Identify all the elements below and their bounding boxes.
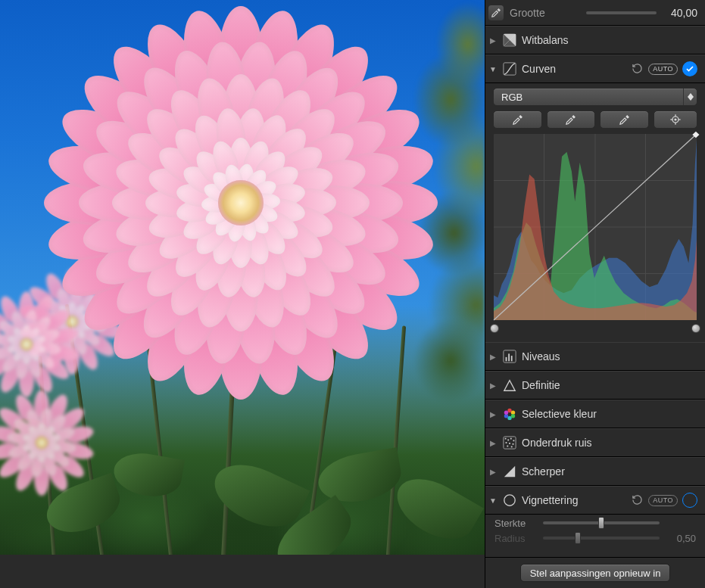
add-point-picker[interactable] <box>654 110 697 129</box>
vignette-icon <box>502 493 517 508</box>
radius-label: Radius <box>494 533 537 544</box>
curves-label: Curven <box>522 63 627 75</box>
vignette-label: Vignettering <box>522 494 627 506</box>
definition-icon <box>502 378 517 393</box>
curves-auto-button[interactable]: AUTO <box>648 64 678 75</box>
svg-rect-29 <box>507 440 509 441</box>
gray-point-picker[interactable] <box>547 110 596 129</box>
app-root: Grootte 40,00 ▶ Witbalans ▼ <box>0 0 705 588</box>
image-viewer <box>0 0 485 588</box>
size-value[interactable]: 40,00 <box>663 7 697 19</box>
radius-value[interactable]: 0,50 <box>666 533 696 544</box>
panel-footer: Stel aanpassingen opnieuw in <box>485 557 705 588</box>
noise-header[interactable]: ▶ Onderdruk ruis <box>485 428 705 457</box>
reset-curves-button[interactable] <box>632 63 644 75</box>
chevron-right-icon: ▶ <box>488 36 498 45</box>
size-label: Grootte <box>510 7 580 19</box>
noise-label: Onderdruk ruis <box>522 437 697 449</box>
svg-rect-33 <box>509 443 510 444</box>
curves-header[interactable]: ▼ Curven AUTO <box>485 54 705 83</box>
chevron-right-icon: ▶ <box>488 468 498 476</box>
strength-label: Sterkte <box>494 518 537 529</box>
chevron-right-icon: ▶ <box>488 410 498 418</box>
vignette-enable-toggle[interactable] <box>682 493 697 508</box>
curves-channel-value: RGB <box>494 92 683 103</box>
reset-vignette-button[interactable] <box>632 494 644 506</box>
svg-rect-18 <box>508 353 510 361</box>
chevron-right-icon: ▶ <box>488 381 498 390</box>
adjustments-panel: Grootte 40,00 ▶ Witbalans ▼ <box>485 0 705 588</box>
curves-picker-row <box>493 110 697 129</box>
curves-icon <box>502 61 517 76</box>
whitebalance-label: Witbalans <box>522 34 697 46</box>
svg-point-23 <box>511 414 515 418</box>
levels-icon <box>502 349 517 364</box>
svg-rect-19 <box>511 356 513 361</box>
reset-all-label: Stel aanpassingen opnieuw in <box>530 568 661 579</box>
size-slider[interactable] <box>586 8 657 18</box>
selectivecolor-icon <box>502 406 517 422</box>
updown-icon <box>683 89 697 105</box>
chevron-down-icon: ▼ <box>488 65 498 73</box>
svg-point-21 <box>507 409 511 412</box>
svg-rect-30 <box>510 438 512 440</box>
black-point-picker[interactable] <box>493 110 542 129</box>
reset-all-button[interactable]: Stel aanpassingen opnieuw in <box>520 564 671 582</box>
selectivecolor-label: Selectieve kleur <box>522 408 697 420</box>
svg-rect-35 <box>507 446 508 447</box>
size-eyedropper-button[interactable] <box>488 5 504 20</box>
levels-header[interactable]: ▶ Niveaus <box>485 342 705 371</box>
vignette-header[interactable]: ▼ Vignettering AUTO <box>485 486 705 515</box>
sharpen-header[interactable]: ▶ Scherper <box>485 457 705 486</box>
selectivecolor-header[interactable]: ▶ Selectieve kleur <box>485 400 705 428</box>
svg-marker-20 <box>504 381 515 391</box>
noise-icon <box>502 435 517 450</box>
chevron-right-icon: ▶ <box>488 353 498 361</box>
svg-rect-32 <box>506 442 507 443</box>
size-row: Grootte 40,00 <box>485 0 705 26</box>
curves-graph[interactable] <box>493 133 697 321</box>
svg-marker-37 <box>504 466 515 477</box>
svg-point-26 <box>504 411 508 415</box>
definition-label: Definitie <box>522 379 697 391</box>
strength-slider[interactable] <box>543 515 660 531</box>
svg-point-38 <box>504 495 515 506</box>
radius-slider[interactable] <box>543 531 660 545</box>
curves-channel-select[interactable]: RGB <box>493 88 697 106</box>
image-canvas[interactable] <box>0 0 485 555</box>
vignette-radius-row: Radius 0,50 <box>485 531 705 545</box>
white-point-picker[interactable] <box>600 110 649 129</box>
whitebalance-header[interactable]: ▶ Witbalans <box>485 26 705 54</box>
levels-label: Niveaus <box>522 350 697 362</box>
curves-enable-toggle[interactable] <box>682 61 697 76</box>
svg-rect-28 <box>505 438 507 440</box>
svg-rect-31 <box>513 440 515 441</box>
svg-point-24 <box>507 416 511 420</box>
definition-header[interactable]: ▶ Definitie <box>485 371 705 400</box>
vignette-strength-row: Sterkte <box>485 515 705 531</box>
sharpen-label: Scherper <box>522 465 697 478</box>
sharpen-icon <box>502 464 517 479</box>
chevron-right-icon: ▶ <box>488 439 498 447</box>
svg-rect-34 <box>513 443 514 445</box>
chevron-down-icon: ▼ <box>488 496 498 505</box>
svg-point-7 <box>675 119 676 120</box>
svg-rect-17 <box>506 357 507 361</box>
vignette-auto-button[interactable]: AUTO <box>648 495 678 506</box>
svg-rect-36 <box>511 446 513 448</box>
curves-handles[interactable] <box>493 324 697 338</box>
whitebalance-icon <box>502 33 517 48</box>
